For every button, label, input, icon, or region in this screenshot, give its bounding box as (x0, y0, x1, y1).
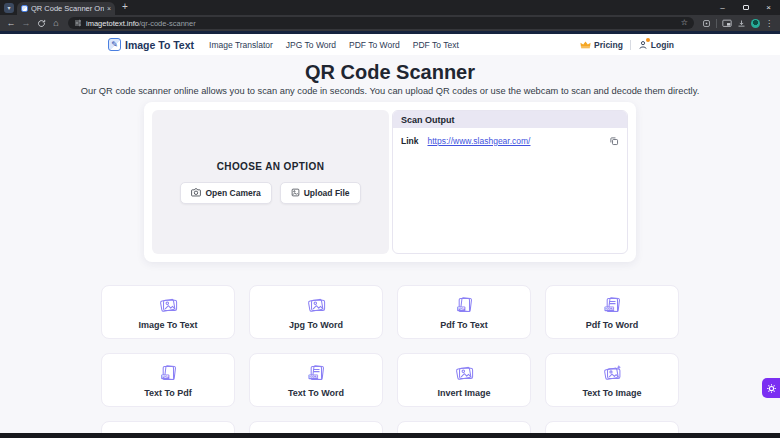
window-controls: – × (711, 0, 780, 15)
tool-card-jpg-to-word[interactable]: Jpg To Word (249, 285, 383, 339)
login-label: Login (651, 40, 674, 50)
brand-logo-link[interactable]: ✎ Image To Text (108, 38, 194, 51)
tab-title: QR Code Scanner Online - QR C (31, 4, 104, 13)
copy-button[interactable] (609, 136, 619, 146)
nav-item-image-translator[interactable]: Image Translator (209, 40, 273, 50)
scan-output-panel: Scan Output Link https://www.slashgear.c… (392, 110, 628, 254)
tool-card-text-to-word[interactable]: Text To Word (249, 353, 383, 407)
upload-image-icon (291, 188, 300, 197)
browser-menu-icon[interactable]: ⋮ (765, 19, 773, 28)
scanned-link[interactable]: https://www.slashgear.com/ (427, 136, 530, 146)
tab-search-button[interactable]: ▾ (4, 3, 14, 13)
tool-card-invert-image[interactable]: Invert Image (397, 353, 531, 407)
site-header: ✎ Image To Text Image Translator JPG To … (0, 34, 780, 55)
tool-label: Jpg To Word (289, 320, 343, 330)
browser-titlebar: ▾ QR Code Scanner Online - QR C × + – × (0, 0, 780, 15)
scan-option-panel: CHOOSE AN OPTION Open Camera Upload File (152, 110, 389, 254)
minimize-button[interactable]: – (711, 0, 734, 15)
forward-button[interactable]: → (19, 15, 33, 31)
nav-item-jpg-to-word[interactable]: JPG To Word (286, 40, 336, 50)
toolbar-right-icons: ⋮ (699, 19, 776, 28)
browser-toolbar: ← → ⌂ imagetotext.info/qr-code-scanner ☆… (0, 15, 780, 31)
tool-label: Text To Pdf (144, 388, 192, 398)
scan-output-header: Scan Output (393, 111, 627, 128)
photo-sparkle-icon (601, 362, 623, 384)
bookmark-star-icon[interactable]: ☆ (681, 17, 688, 29)
back-button[interactable]: ← (4, 15, 18, 31)
pdf-doc-icon (453, 294, 475, 316)
profile-avatar[interactable] (751, 19, 760, 28)
docx-doc-icon (305, 362, 327, 384)
site-settings-icon[interactable] (74, 19, 82, 27)
tool-label: Text To Image (582, 388, 641, 398)
toolbar-divider (716, 19, 717, 28)
downloads-icon[interactable] (737, 19, 746, 28)
docx-doc-icon (601, 294, 623, 316)
page-title: QR Code Scanner (0, 61, 780, 83)
home-button[interactable]: ⌂ (49, 15, 63, 31)
photo-stack-icon (305, 294, 327, 316)
new-tab-button[interactable]: + (122, 1, 128, 12)
site-widget-button[interactable] (762, 378, 780, 398)
pdf-doc-icon (157, 362, 179, 384)
photo-stack-icon (453, 362, 475, 384)
tab-favicon-icon (21, 5, 28, 12)
scan-output-body: Link https://www.slashgear.com/ (393, 128, 627, 154)
tab-close-icon[interactable]: × (107, 5, 111, 12)
url-text: imagetotext.info/qr-code-scanner (86, 19, 196, 28)
login-person-icon (638, 40, 648, 50)
option-buttons: Open Camera Upload File (180, 182, 360, 204)
camera-icon (191, 188, 201, 197)
open-camera-label: Open Camera (205, 188, 260, 198)
pricing-link[interactable]: Pricing (580, 40, 623, 50)
tool-label: Invert Image (437, 388, 490, 398)
tool-card-text-to-pdf[interactable]: Text To Pdf (101, 353, 235, 407)
main-nav: Image Translator JPG To Word PDF To Word… (209, 40, 459, 50)
scanner-card: CHOOSE AN OPTION Open Camera Upload File… (144, 102, 636, 262)
header-right: Pricing Login (580, 40, 674, 50)
close-window-button[interactable]: × (757, 0, 780, 15)
crown-icon (580, 41, 591, 49)
gear-icon (766, 383, 777, 394)
nav-item-pdf-to-word[interactable]: PDF To Word (349, 40, 400, 50)
choose-option-heading: CHOOSE AN OPTION (217, 161, 325, 172)
tool-label: Pdf To Word (586, 320, 639, 330)
tool-label: Text To Word (288, 388, 344, 398)
login-link[interactable]: Login (638, 40, 674, 50)
upload-file-label: Upload File (304, 188, 350, 198)
media-cast-icon[interactable] (722, 19, 732, 28)
header-divider (630, 40, 631, 50)
brand-logo-icon: ✎ (108, 38, 121, 51)
extensions-icon[interactable] (702, 19, 711, 28)
refresh-button[interactable] (34, 19, 48, 28)
login-badge (646, 38, 650, 42)
tool-label: Pdf To Text (440, 320, 488, 330)
tool-card-image-to-text[interactable]: Image To Text (101, 285, 235, 339)
tools-grid: Image To Text Jpg To Word Pdf To Text Pd… (101, 285, 679, 438)
address-bar[interactable]: imagetotext.info/qr-code-scanner ☆ (68, 17, 694, 29)
tool-card-text-to-image[interactable]: Text To Image (545, 353, 679, 407)
url-path: /qr-code-scanner (139, 19, 196, 28)
page-subtitle: Our QR code scanner online allows you to… (0, 85, 780, 97)
url-host: imagetotext.info (86, 19, 139, 28)
tool-card-pdf-to-text[interactable]: Pdf To Text (397, 285, 531, 339)
tool-card-pdf-to-word[interactable]: Pdf To Word (545, 285, 679, 339)
browser-tab[interactable]: QR Code Scanner Online - QR C × (17, 2, 115, 15)
upload-file-button[interactable]: Upload File (280, 182, 361, 204)
restore-icon (743, 5, 749, 10)
photo-stack-icon (157, 294, 179, 316)
pricing-label: Pricing (594, 40, 623, 50)
link-label: Link (401, 136, 418, 146)
open-camera-button[interactable]: Open Camera (180, 182, 271, 204)
page-bottom-strip (0, 433, 780, 438)
brand-name: Image To Text (125, 39, 194, 51)
restore-button[interactable] (734, 0, 757, 15)
nav-item-pdf-to-text[interactable]: PDF To Text (413, 40, 459, 50)
tool-label: Image To Text (138, 320, 197, 330)
